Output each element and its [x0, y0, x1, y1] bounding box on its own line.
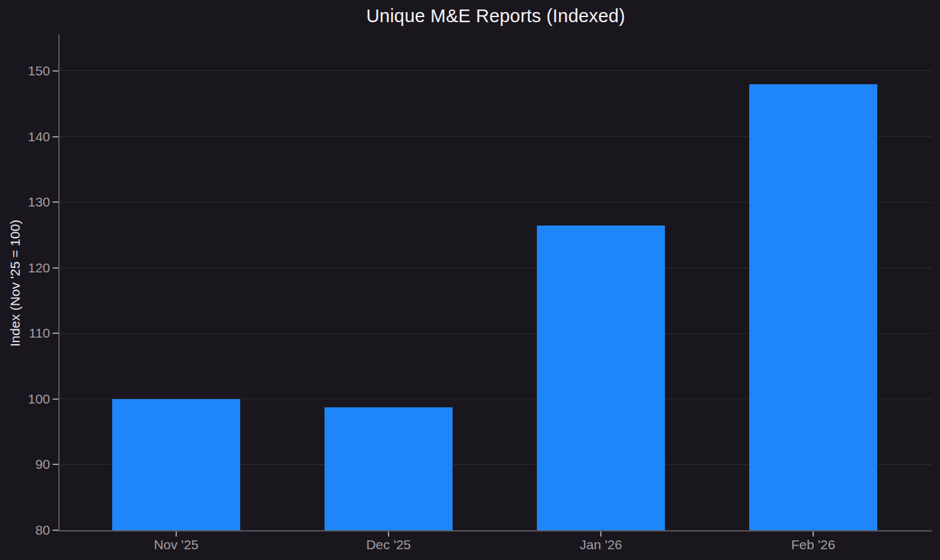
y-tick-label: 80 [12, 523, 50, 538]
y-axis-spine [58, 35, 60, 531]
y-tick-label: 90 [12, 457, 50, 472]
x-tick-label: Nov '25 [119, 537, 233, 553]
y-tick-mark [53, 201, 58, 203]
y-tick-mark [53, 530, 58, 531]
x-tick-label: Feb '26 [756, 537, 870, 553]
x-axis-spine [58, 530, 932, 531]
y-tick-mark [53, 398, 58, 400]
grid-line [60, 70, 932, 71]
bar-jan-26 [537, 226, 665, 530]
chart-title: Unique M&E Reports (Indexed) [60, 6, 932, 27]
y-tick-label: 100 [12, 391, 50, 407]
y-tick-mark [53, 136, 58, 137]
x-tick-label: Dec '25 [332, 537, 446, 553]
bar-feb-26 [749, 84, 877, 530]
y-tick-mark [53, 267, 58, 269]
bar-chart-figure: Unique M&E Reports (Indexed) Index (Nov … [0, 0, 940, 560]
x-tick-mark [600, 531, 602, 537]
bar-dec-25 [325, 407, 453, 530]
y-tick-mark [53, 333, 58, 334]
y-tick-label: 140 [12, 129, 50, 144]
x-tick-mark [813, 531, 814, 537]
x-tick-mark [388, 531, 389, 537]
y-tick-mark [53, 464, 58, 465]
y-tick-label: 150 [12, 63, 50, 79]
y-tick-mark [53, 70, 58, 72]
y-tick-label: 130 [12, 194, 50, 210]
bar-nov-25 [112, 399, 240, 530]
x-tick-label: Jan '26 [544, 537, 658, 553]
x-tick-mark [176, 531, 177, 537]
y-tick-label: 120 [12, 260, 50, 276]
y-tick-label: 110 [12, 326, 50, 341]
